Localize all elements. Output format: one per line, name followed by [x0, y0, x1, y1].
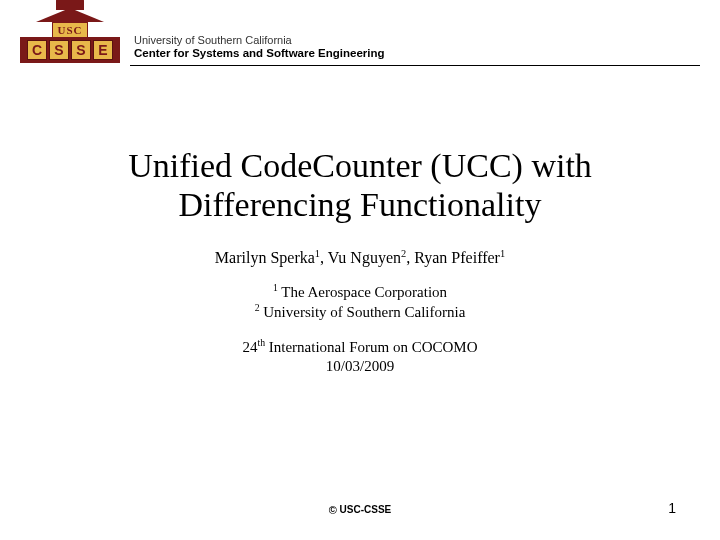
ordinal-suffix: th: [257, 337, 265, 348]
author-affil-ref: 1: [500, 248, 505, 259]
logo-letter: S: [71, 40, 91, 60]
author-name: Ryan Pfeiffer: [414, 250, 500, 267]
page-number: 1: [668, 500, 676, 516]
affil-text: The Aerospace Corporation: [278, 284, 447, 300]
slide-title: Unified CodeCounter (UCC) with Differenc…: [40, 146, 680, 224]
logo-letter: C: [27, 40, 47, 60]
usc-csse-logo: USC C S S E: [20, 8, 120, 63]
venue-line: 24th International Forum on COCOMO: [0, 337, 720, 358]
author-name: Marilyn Sperka: [215, 250, 315, 267]
header-text-block: University of Southern California Center…: [120, 34, 700, 63]
author-name: Vu Nguyen: [328, 250, 401, 267]
university-name: University of Southern California: [134, 34, 700, 46]
title-line-2: Differencing Functionality: [179, 186, 542, 223]
logo-chimney-icon: [56, 0, 84, 10]
affiliations-block: 1 The Aerospace Corporation 2 University…: [0, 282, 720, 323]
copyright-footer: © USC-CSSE: [0, 504, 720, 516]
authors-line: Marilyn Sperka1, Vu Nguyen2, Ryan Pfeiff…: [0, 248, 720, 267]
title-line-1: Unified CodeCounter (UCC) with: [128, 147, 592, 184]
affiliation-line: 1 The Aerospace Corporation: [0, 282, 720, 303]
venue-block: 24th International Forum on COCOMO 10/03…: [0, 337, 720, 377]
logo-letter: S: [49, 40, 69, 60]
copyright-icon: ©: [329, 504, 337, 516]
copyright-text: USC-CSSE: [337, 504, 391, 515]
header-divider: [130, 65, 700, 66]
center-name: Center for Systems and Software Engineer…: [134, 47, 700, 59]
venue-date: 10/03/2009: [0, 357, 720, 377]
affiliation-line: 2 University of Southern California: [0, 302, 720, 323]
affil-text: University of Southern California: [260, 304, 466, 320]
logo-usc-text: USC: [52, 22, 88, 37]
logo-letter-row: C S S E: [20, 37, 120, 63]
logo-letter: E: [93, 40, 113, 60]
logo-roof-icon: [36, 8, 104, 22]
slide-header: USC C S S E University of Southern Calif…: [0, 0, 720, 63]
